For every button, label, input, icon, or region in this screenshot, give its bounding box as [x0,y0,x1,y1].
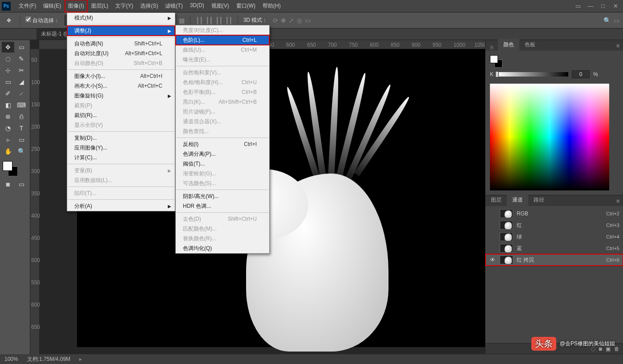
menu-item[interactable]: 自动色调(N)Shift+Ctrl+L [67,39,175,49]
menu-4[interactable]: 文字(Y) [112,0,137,12]
color-spectrum[interactable] [490,84,609,190]
tool-15[interactable]: T [15,123,28,133]
k-value[interactable]: 0 [572,70,590,78]
tool-2[interactable]: ◌ [2,53,14,64]
minimize-button[interactable]: — [585,2,596,10]
menu-item: 曲线(U)...Ctrl+M [176,45,269,55]
menu-1[interactable]: 编辑(E) [40,0,65,12]
menu-10[interactable]: 帮助(H) [259,0,284,12]
menu-item[interactable]: 调整(J)▶ [67,26,175,36]
menu-item[interactable]: 分析(A)▶ [67,201,175,211]
tool-17[interactable]: ▭ [15,134,28,145]
workspace-icon[interactable]: ▭ [614,17,619,24]
panel-menu-icon[interactable]: ≡ [613,196,623,206]
menu-item: 照片滤镜(F)... [176,107,269,117]
screenmode-button[interactable]: ▭ [15,179,28,190]
tool-0[interactable]: ✥ [2,42,14,53]
menu-item: 替换颜色(R)... [176,234,269,243]
menu-item[interactable]: HDR 色调... [176,201,269,211]
tool-19[interactable]: 🔍 [15,146,28,157]
tool-5[interactable]: ✂ [15,65,28,76]
menu-7[interactable]: 3D(D) [186,0,208,12]
menu-6[interactable]: 滤镜(T) [162,0,186,12]
menu-5[interactable]: 选择(S) [137,0,162,12]
tool-10[interactable]: ◧ [2,100,14,110]
menu-item[interactable]: 阈值(T)... [176,159,269,169]
menu-3[interactable]: 图层(L) [88,0,112,12]
maximize-button[interactable]: □ [597,2,609,10]
channel-thumb [500,244,513,253]
tool-9[interactable]: ⟋ [15,88,28,99]
search-icon[interactable]: 🔍 [603,17,611,24]
menu-item[interactable]: 图像旋转(G)▶ [67,91,175,101]
menu-item[interactable]: 色调分离(P)... [176,149,269,159]
channel-row[interactable]: 蓝Ctrl+5 [485,243,623,254]
menu-item[interactable]: 阴影/高光(W)... [176,191,269,201]
tab-layers[interactable]: 图层 [485,194,507,206]
tab-channels[interactable]: 通道 [507,194,528,206]
tool-7[interactable]: ◢ [15,77,28,87]
color-swatches[interactable] [2,160,28,176]
menu-item: 裁剪(P) [67,101,175,110]
menu-item: 变量(B)▶ [67,166,175,175]
menu-item[interactable]: 应用图像(Y)... [67,143,175,153]
auto-select-checkbox[interactable]: 自动选择： [25,16,59,24]
menu-item[interactable]: 模式(M)▶ [67,13,175,23]
menu-item: 显示全部(V) [67,120,175,130]
menu-8[interactable]: 视图(V) [208,0,233,12]
menu-9[interactable]: 窗口(W) [233,0,259,12]
tool-16[interactable]: ▹ [2,134,14,145]
k-unit: % [593,71,598,77]
ruler-vertical: 50100150200250300350400450500550600650 [30,49,39,354]
menu-image: 模式(M)▶调整(J)▶自动色调(N)Shift+Ctrl+L自动对比度(U)A… [67,12,175,211]
tool-12[interactable]: ⊛ [2,111,14,122]
collapse-icon[interactable]: ⎘ [485,44,498,51]
menu-2[interactable]: 图像(I) [65,0,87,12]
menu-item: 色彩平衡(B)...Ctrl+B [176,87,269,97]
tab-color[interactable]: 颜色 [498,39,519,51]
menu-item[interactable]: 色调均化(Q) [176,243,269,253]
menu-item[interactable]: 裁切(R)... [67,110,175,120]
visibility-icon[interactable]: 👁 [489,257,496,263]
menu-item: 陷印(T)... [67,188,175,198]
tool-1[interactable]: ▭ [15,42,28,53]
tool-8[interactable]: ✐ [2,88,14,99]
channel-row[interactable]: 👁红 拷贝Ctrl+6 [485,254,623,266]
channel-shortcut: Ctrl+6 [606,257,619,263]
channel-name: 红 [517,222,603,229]
menu-item[interactable]: 色阶(L)...Ctrl+L [176,35,269,45]
zoom-level[interactable]: 100% [4,356,18,362]
menu-item[interactable]: 自动对比度(U)Alt+Shift+Ctrl+L [67,49,175,58]
menu-item: 自然饱和度(V)... [176,68,269,77]
tool-6[interactable]: ▭ [2,77,14,87]
menu-0[interactable]: 文件(F) [15,0,40,12]
distribute-icons[interactable]: ┃┃┃┃┃┃┃┃ [196,17,232,24]
menu-item[interactable]: 反相(I)Ctrl+I [176,139,269,149]
menu-item: 色相/饱和度(H)...Ctrl+U [176,77,269,87]
tool-4[interactable]: ⊹ [2,65,14,76]
quickmask-button[interactable]: ◙ [2,179,14,190]
workspace-button[interactable]: ▭ [572,2,584,10]
k-label: K [490,71,494,77]
submenu-adjustments: 亮度/对比度(C)...色阶(L)...Ctrl+L曲线(U)...Ctrl+M… [175,25,270,254]
mode3d-icons[interactable]: ⟳✥⤢◎▭ [273,17,311,24]
tool-13[interactable]: ⎙ [15,111,28,122]
channel-thumb [500,232,513,241]
tool-14[interactable]: ◔ [2,123,14,133]
fgbg-swatches[interactable] [490,55,503,69]
tool-11[interactable]: ⌨ [15,100,28,110]
tool-18[interactable]: ✋ [2,146,14,157]
k-slider[interactable] [497,72,568,77]
tab-paths[interactable]: 路径 [528,194,550,206]
menu-item[interactable]: 复制(D)... [67,133,175,143]
channel-row[interactable]: 绿Ctrl+4 [485,231,623,243]
panel-menu-icon[interactable]: ≡ [613,41,623,51]
menu-item[interactable]: 画布大小(S)...Alt+Ctrl+C [67,81,175,91]
close-button[interactable]: ✕ [610,2,621,10]
tool-3[interactable]: ✎ [15,53,28,64]
channel-row[interactable]: 红Ctrl+3 [485,219,623,231]
menu-item[interactable]: 计算(C)... [67,153,175,162]
channel-row[interactable]: RGBCtrl+2 [485,208,623,219]
menu-item[interactable]: 图像大小(I)...Alt+Ctrl+I [67,71,175,81]
tab-swatches[interactable]: 色板 [519,39,541,51]
